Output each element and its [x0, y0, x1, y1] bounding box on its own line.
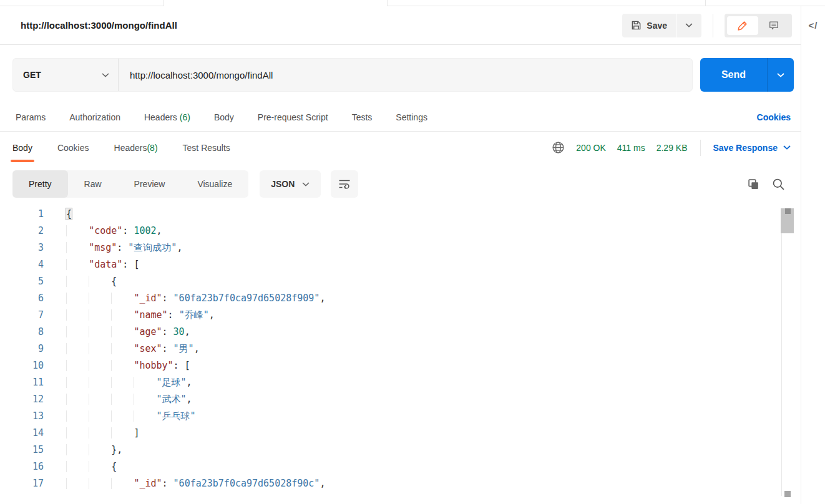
line-number: 6 — [0, 290, 44, 307]
code-line: 14 ] — [0, 425, 801, 442]
request-tab-body[interactable]: Body — [214, 112, 234, 122]
view-switcher: PrettyRawPreviewVisualize — [12, 170, 248, 198]
header-controls: Save — [622, 14, 792, 37]
request-tab-params[interactable]: Params — [16, 112, 46, 122]
inactive-tab-left[interactable] — [0, 0, 164, 6]
save-response-label: Save Response — [713, 143, 778, 153]
request-title: http://localhost:3000/mongo/findAll — [21, 20, 177, 31]
view-pretty[interactable]: Pretty — [12, 170, 68, 198]
tab-separator — [705, 0, 706, 6]
globe-icon — [552, 141, 565, 154]
chevron-down-icon — [302, 182, 310, 187]
code-line: 11 "足球", — [0, 374, 801, 391]
request-tabs: ParamsAuthorizationHeaders (6)BodyPre-re… — [0, 104, 801, 132]
url-bar: GET http://localhost:3000/mongo/findAll … — [12, 58, 794, 92]
chevron-down-icon — [102, 73, 109, 77]
line-number: 7 — [0, 307, 44, 324]
send-split-button: Send — [700, 58, 794, 92]
code-snippet-icon[interactable]: </ — [809, 20, 818, 504]
response-size[interactable]: 2.29 KB — [657, 143, 688, 153]
code-line: 9 "sex": "男", — [0, 341, 801, 357]
chevron-down-icon — [777, 73, 784, 77]
save-icon — [631, 20, 642, 31]
view-preview[interactable]: Preview — [118, 170, 182, 198]
response-tabs: BodyCookiesHeaders (8)Test Results — [12, 132, 230, 163]
edit-comment-toggle — [725, 14, 792, 37]
comments-button[interactable] — [758, 16, 789, 35]
code-line: 8 "age": 30, — [0, 324, 801, 341]
code-line: 10 "hobby": [ — [0, 357, 801, 374]
line-number: 13 — [0, 408, 44, 425]
line-number: 17 — [0, 475, 44, 492]
wrap-text-button[interactable] — [331, 170, 358, 198]
response-tab-body[interactable]: Body — [12, 132, 32, 163]
scroll-mark-bottom — [784, 491, 791, 497]
send-button[interactable]: Send — [700, 58, 767, 92]
response-body-toolbar: PrettyRawPreviewVisualize JSON — [12, 170, 794, 198]
code-line: 1{ — [0, 206, 801, 223]
right-sidebar: </ — [801, 6, 825, 504]
line-number: 11 — [0, 374, 44, 391]
line-number: 1 — [0, 206, 44, 223]
response-tab-headers[interactable]: Headers (8) — [114, 132, 158, 163]
line-number: 14 — [0, 425, 44, 442]
line-number: 4 — [0, 256, 44, 273]
view-visualize[interactable]: Visualize — [181, 170, 248, 198]
copy-icon[interactable] — [748, 178, 759, 190]
body-toolbar-right — [748, 178, 785, 191]
request-tab-settings[interactable]: Settings — [396, 112, 427, 122]
postman-app: http://localhost:3000/mongo/findAll Save — [0, 0, 825, 504]
search-icon[interactable] — [772, 178, 785, 191]
response-divider — [700, 140, 701, 156]
save-options-button[interactable] — [676, 14, 701, 37]
response-time[interactable]: 411 ms — [617, 143, 645, 153]
method-url-group: GET http://localhost:3000/mongo/findAll — [12, 58, 693, 92]
save-button-label: Save — [647, 21, 667, 31]
status-code[interactable]: 200 OK — [576, 143, 605, 153]
request-header: http://localhost:3000/mongo/findAll Save — [0, 6, 801, 45]
send-options-button[interactable] — [768, 58, 794, 92]
format-select[interactable]: JSON — [260, 170, 321, 198]
chevron-down-icon — [783, 145, 791, 150]
request-tab-tests[interactable]: Tests — [352, 112, 373, 122]
code-line: 16 { — [0, 458, 801, 475]
cookies-link[interactable]: Cookies — [757, 112, 791, 122]
line-number: 5 — [0, 273, 44, 290]
line-number: 16 — [0, 458, 44, 475]
request-tab-headers[interactable]: Headers (6) — [144, 112, 190, 122]
code-line: 13 "乒乓球" — [0, 408, 801, 425]
code-line: 3 "msg": "查询成功", — [0, 240, 801, 256]
method-label: GET — [23, 70, 41, 80]
save-button[interactable]: Save — [622, 14, 676, 37]
view-raw[interactable]: Raw — [68, 170, 118, 198]
code-line: 2 "code": 1002, — [0, 223, 801, 240]
method-select[interactable]: GET — [13, 59, 118, 91]
response-meta-row: BodyCookiesHeaders (8)Test Results 200 O… — [0, 132, 801, 163]
response-body-viewer[interactable]: 1{2 "code": 1002,3 "msg": "查询成功",4 "data… — [0, 206, 801, 504]
line-number: 9 — [0, 341, 44, 357]
code-line: 7 "name": "乔峰", — [0, 307, 801, 324]
line-number: 10 — [0, 357, 44, 374]
code-line: 15 }, — [0, 442, 801, 458]
response-tab-cookies[interactable]: Cookies — [57, 132, 89, 163]
url-input[interactable]: http://localhost:3000/mongo/findAll — [119, 59, 692, 91]
save-response-button[interactable]: Save Response — [713, 143, 791, 153]
line-number: 12 — [0, 391, 44, 408]
request-tab-pre-request-script[interactable]: Pre-request Script — [258, 112, 328, 122]
response-tab-test-results[interactable]: Test Results — [183, 132, 230, 163]
comment-icon — [768, 20, 779, 31]
scroll-mark-top — [785, 208, 791, 214]
header-divider — [713, 14, 713, 37]
line-number: 8 — [0, 324, 44, 341]
code-line: 17 "_id": "60fa23b7f0ca97d65028f90c", — [0, 475, 801, 492]
inactive-tab-right[interactable] — [387, 0, 825, 6]
code-line: 6 "_id": "60fa23b7f0ca97d65028f909", — [0, 290, 801, 307]
chevron-down-icon — [685, 23, 693, 27]
edit-mode-button[interactable] — [727, 16, 758, 35]
wrap-text-icon — [338, 179, 351, 190]
line-number: 3 — [0, 240, 44, 256]
code-line: 5 { — [0, 273, 801, 290]
format-label: JSON — [271, 179, 295, 189]
request-tab-authorization[interactable]: Authorization — [69, 112, 120, 122]
code-line: 12 "武术", — [0, 391, 801, 408]
